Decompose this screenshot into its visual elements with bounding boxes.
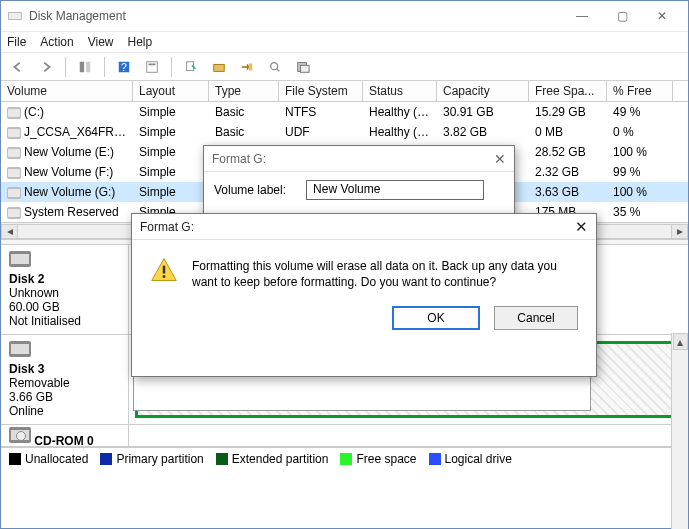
svg-rect-15 xyxy=(163,275,165,278)
disk-header: Disk 3 Removable 3.66 GB Online xyxy=(1,335,129,424)
ok-button[interactable]: OK xyxy=(392,306,480,330)
cell-status: Healthy (B... xyxy=(363,102,437,122)
table-row[interactable]: J_CCSA_X64FRE_E...SimpleBasicUDFHealthy … xyxy=(1,122,688,142)
action-icon-1[interactable] xyxy=(180,56,202,78)
legend-logical: Logical drive xyxy=(429,452,512,466)
cell-free: 3.63 GB xyxy=(529,182,607,202)
cell-pct: 49 % xyxy=(607,102,673,122)
cancel-button[interactable]: Cancel xyxy=(494,306,578,330)
disk-type: Removable xyxy=(9,376,120,390)
col-layout[interactable]: Layout xyxy=(133,81,209,101)
cell-free: 2.32 GB xyxy=(529,162,607,182)
col-volume[interactable]: Volume xyxy=(1,81,133,101)
cell-vol: New Volume (E:) xyxy=(1,142,133,162)
dialog-title: Format G: xyxy=(140,220,194,234)
svg-rect-10 xyxy=(249,63,253,70)
col-fs[interactable]: File System xyxy=(279,81,363,101)
disk-size: 60.00 GB xyxy=(9,300,120,314)
cell-layout: Simple xyxy=(133,182,209,202)
volume-icon xyxy=(7,207,21,219)
cdrom-icon xyxy=(9,427,31,443)
format-confirm-dialog[interactable]: Format G: ✕ Formatting this volume will … xyxy=(131,213,597,377)
col-capacity[interactable]: Capacity xyxy=(437,81,529,101)
svg-rect-9 xyxy=(214,64,225,71)
volume-icon xyxy=(7,167,21,179)
dialog-titlebar[interactable]: Format G: ✕ xyxy=(204,146,514,172)
minimize-button[interactable]: — xyxy=(562,2,602,30)
svg-rect-1 xyxy=(9,13,21,19)
cell-layout: Simple xyxy=(133,102,209,122)
cell-layout: Simple xyxy=(133,162,209,182)
volume-icon xyxy=(7,187,21,199)
cell-pct: 35 % xyxy=(607,202,673,222)
menu-file[interactable]: File xyxy=(7,35,26,49)
cell-vol: System Reserved xyxy=(1,202,133,222)
cell-free: 28.52 GB xyxy=(529,142,607,162)
col-status[interactable]: Status xyxy=(363,81,437,101)
action-icon-5[interactable] xyxy=(292,56,314,78)
maximize-button[interactable]: ▢ xyxy=(602,2,642,30)
volume-grid-header: Volume Layout Type File System Status Ca… xyxy=(1,81,688,102)
volume-label-input[interactable]: New Volume xyxy=(306,180,484,200)
cell-vol: New Volume (F:) xyxy=(1,162,133,182)
cell-free: 15.29 GB xyxy=(529,102,607,122)
scroll-up-icon[interactable]: ▴ xyxy=(673,333,688,350)
table-row[interactable]: (C:)SimpleBasicNTFSHealthy (B...30.91 GB… xyxy=(1,102,688,122)
swatch-icon xyxy=(9,453,21,465)
back-icon[interactable] xyxy=(7,56,29,78)
menubar: File Action View Help xyxy=(1,31,688,53)
volume-label-label: Volume label: xyxy=(214,183,286,197)
cell-pct: 99 % xyxy=(607,162,673,182)
help-icon[interactable]: ? xyxy=(113,56,135,78)
cell-pct: 100 % xyxy=(607,142,673,162)
cell-pct: 0 % xyxy=(607,122,673,142)
forward-icon[interactable] xyxy=(35,56,57,78)
window-title: Disk Management xyxy=(29,9,562,23)
menu-help[interactable]: Help xyxy=(128,35,153,49)
cell-vol: (C:) xyxy=(1,102,133,122)
menu-action[interactable]: Action xyxy=(40,35,73,49)
dialog-titlebar[interactable]: Format G: ✕ xyxy=(132,214,596,240)
disk-row-cdrom[interactable]: CD-ROM 0 xyxy=(1,425,688,447)
disk-type: Unknown xyxy=(9,286,120,300)
content: Volume Layout Type File System Status Ca… xyxy=(1,81,688,528)
scroll-right-icon[interactable]: ▸ xyxy=(671,224,688,239)
swatch-icon xyxy=(429,453,441,465)
swatch-icon xyxy=(340,453,352,465)
partition-map xyxy=(129,425,688,446)
scroll-left-icon[interactable]: ◂ xyxy=(1,224,18,239)
format-dialog[interactable]: Format G: ✕ Volume label: New Volume xyxy=(203,145,515,221)
vertical-scrollbar[interactable]: ▴ xyxy=(671,333,688,529)
action-icon-4[interactable] xyxy=(264,56,286,78)
close-icon[interactable]: ✕ xyxy=(575,218,588,236)
volume-icon xyxy=(7,107,21,119)
svg-point-11 xyxy=(271,62,278,69)
disk-name: CD-ROM 0 xyxy=(34,434,93,448)
app-icon xyxy=(7,8,23,24)
dialog-message: Formatting this volume will erase all da… xyxy=(192,256,578,290)
cell-vol: J_CCSA_X64FRE_E... xyxy=(1,122,133,142)
col-free[interactable]: Free Spa... xyxy=(529,81,607,101)
disk-icon xyxy=(9,341,31,357)
cell-cap: 30.91 GB xyxy=(437,102,529,122)
volume-icon xyxy=(7,147,21,159)
cell-layout: Simple xyxy=(133,122,209,142)
svg-rect-2 xyxy=(80,61,84,72)
properties-icon[interactable] xyxy=(141,56,163,78)
close-button[interactable]: ✕ xyxy=(642,2,682,30)
show-hide-icon[interactable] xyxy=(74,56,96,78)
disk-management-window: Disk Management — ▢ ✕ File Action View H… xyxy=(0,0,689,529)
volume-icon xyxy=(7,127,21,139)
titlebar[interactable]: Disk Management — ▢ ✕ xyxy=(1,1,688,31)
legend-unallocated: Unallocated xyxy=(9,452,88,466)
swatch-icon xyxy=(216,453,228,465)
action-icon-2[interactable] xyxy=(208,56,230,78)
col-type[interactable]: Type xyxy=(209,81,279,101)
toolbar: ? xyxy=(1,53,688,81)
svg-text:?: ? xyxy=(121,60,127,72)
col-pct[interactable]: % Free xyxy=(607,81,673,101)
action-icon-3[interactable] xyxy=(236,56,258,78)
disk-state: Online xyxy=(9,404,120,418)
menu-view[interactable]: View xyxy=(88,35,114,49)
close-icon[interactable]: ✕ xyxy=(494,151,506,167)
